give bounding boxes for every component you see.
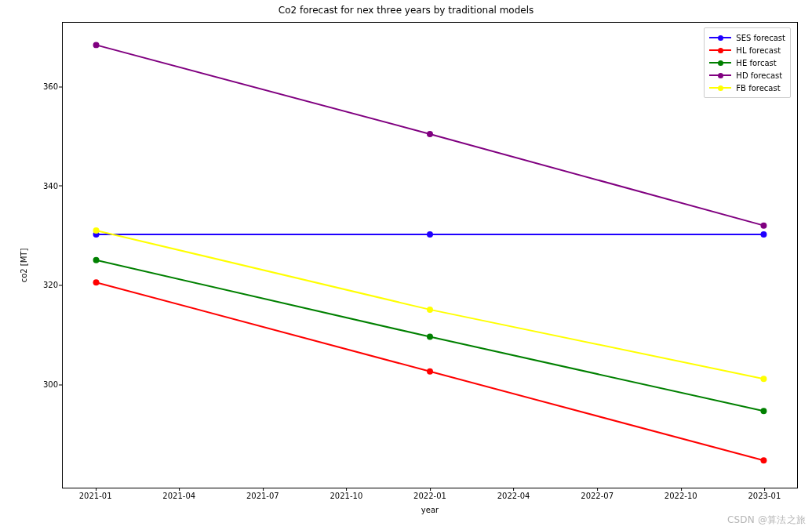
series-point xyxy=(427,307,433,313)
x-axis-label: year xyxy=(62,506,798,514)
y-tick: 360 xyxy=(27,82,58,91)
chart-figure: Co2 forecast for nex three years by trad… xyxy=(0,0,812,530)
legend-item: FB forecast xyxy=(709,82,785,94)
legend-label: FB forecast xyxy=(736,84,780,93)
series-point xyxy=(760,457,766,463)
series-point xyxy=(427,334,433,340)
y-tick: 320 xyxy=(27,281,58,289)
legend-swatch xyxy=(709,73,731,78)
legend-swatch xyxy=(709,35,731,41)
legend-label: HL forecast xyxy=(736,46,781,55)
legend-swatch xyxy=(709,48,731,53)
x-tick: 2021-10 xyxy=(330,492,363,500)
series-point xyxy=(760,376,766,382)
x-tick: 2022-01 xyxy=(413,492,446,500)
x-tick: 2022-07 xyxy=(581,492,614,500)
legend-item: SES forecast xyxy=(709,31,785,44)
x-tick: 2022-04 xyxy=(497,492,530,500)
plot-svg xyxy=(63,23,797,488)
series-point xyxy=(427,368,433,375)
watermark: CSDN @算法之旅 xyxy=(727,514,806,527)
legend-swatch xyxy=(709,85,731,91)
series-point xyxy=(93,257,100,263)
series-point xyxy=(427,231,433,238)
series-point xyxy=(93,279,100,285)
series-point xyxy=(760,231,766,238)
series-line xyxy=(96,231,764,379)
legend-item: HE forcast xyxy=(709,56,785,69)
legend-label: SES forecast xyxy=(736,34,785,42)
chart-title: Co2 forecast for nex three years by trad… xyxy=(0,5,812,16)
x-tick: 2023-01 xyxy=(748,492,781,500)
y-axis-label: co2 [MT] xyxy=(19,0,30,530)
x-tick: 2021-01 xyxy=(79,492,112,500)
legend-label: HD forecast xyxy=(736,71,782,80)
series-point xyxy=(93,227,100,234)
legend-item: HD forecast xyxy=(709,69,785,82)
y-tick: 300 xyxy=(27,380,58,389)
x-tick: 2021-07 xyxy=(246,492,279,500)
legend-swatch xyxy=(709,60,731,66)
series-point xyxy=(760,408,766,414)
legend-item: HL forecast xyxy=(709,44,785,56)
x-tick: 2022-10 xyxy=(665,492,697,500)
series-point xyxy=(427,131,433,137)
series-point xyxy=(760,223,766,229)
y-tick: 340 xyxy=(27,181,58,190)
x-tick: 2021-04 xyxy=(162,492,195,500)
plot-area: SES forecastHL forecastHE forcastHD fore… xyxy=(62,22,798,488)
legend: SES forecastHL forecastHE forcastHD fore… xyxy=(704,27,791,98)
legend-label: HE forcast xyxy=(736,59,776,67)
series-point xyxy=(93,42,100,48)
